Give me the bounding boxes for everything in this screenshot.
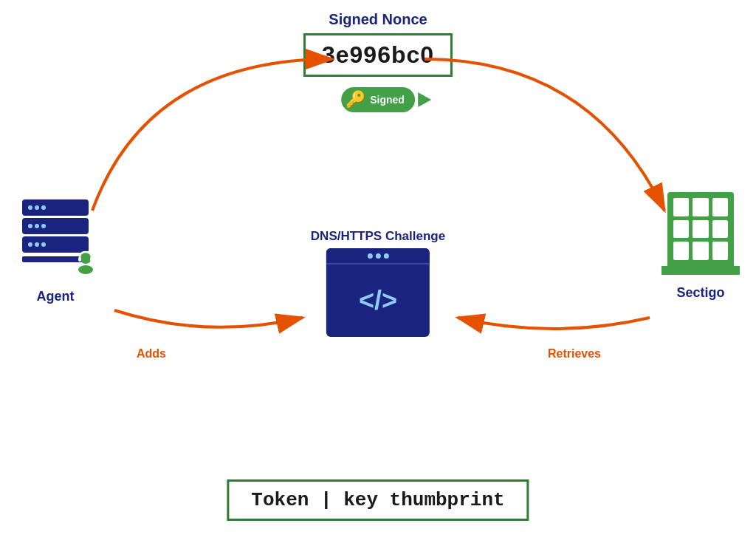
retrieves-arrow-label: Retrieves [548,347,601,361]
token-box: Token | key thumbprint [227,479,529,521]
server-unit-1 [22,199,89,216]
key-icon: 🔑 [346,90,365,109]
server-dot [41,205,46,210]
browser-code-icon: </> [326,264,430,337]
headset-person-icon [72,249,99,276]
browser-bar [326,248,430,264]
svg-rect-1 [78,257,81,262]
sectigo-building-icon [667,192,734,266]
building-window [712,242,728,260]
diagram-container: Signed Nonce 3e996bc0 🔑 Signed [0,0,756,543]
server-dot [28,242,32,247]
server-dot [41,242,46,247]
svg-rect-2 [90,257,93,262]
building-window [712,220,728,239]
agent-group: Agent [22,199,89,304]
building-window [693,198,708,216]
server-unit-2 [22,218,89,234]
building-window [693,220,708,239]
challenge-group: DNS/HTTPS Challenge </> [311,229,445,337]
browser-window-icon: </> [326,248,430,337]
server-dot [35,205,39,210]
browser-dot [376,253,381,259]
key-arrow-right [418,92,431,107]
browser-dot [368,253,373,259]
building-window [673,242,689,260]
svg-point-3 [78,265,93,274]
challenge-label: DNS/HTTPS Challenge [311,229,445,244]
server-dot [28,205,32,210]
building-window [693,242,708,260]
building-window [712,198,728,216]
building-window [673,198,689,216]
server-dots-mid [28,224,46,228]
server-dots-bot [28,242,46,247]
nonce-box: 3e996bc0 [303,33,453,77]
adds-arrow-label: Adds [137,347,166,361]
server-dots-top [28,205,46,210]
server-dot [41,224,46,228]
server-dot [28,224,32,228]
server-stack [22,199,89,262]
browser-dot [384,253,389,259]
sectigo-group: Sectigo [667,192,734,301]
sectigo-label: Sectigo [676,285,724,301]
key-label: Signed [370,94,405,106]
agent-label: Agent [37,289,75,304]
signed-nonce-label: Signed Nonce [329,11,427,28]
server-dot [35,242,39,247]
server-dot [35,224,39,228]
building-window [673,220,689,239]
key-badge: 🔑 Signed [341,87,415,112]
